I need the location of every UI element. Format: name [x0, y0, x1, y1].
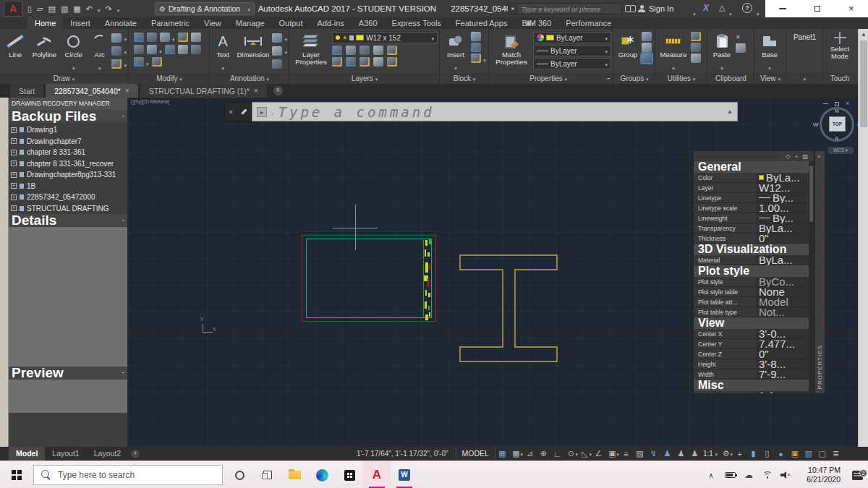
- tab-parametric[interactable]: Parametric: [144, 17, 197, 29]
- 3d-object-snap-icon[interactable]: ♟: [660, 447, 674, 461]
- command-customize-icon[interactable]: [241, 108, 247, 114]
- scale-icon[interactable]: [191, 45, 201, 54]
- prop-row-linetype[interactable]: LinetypeBy...: [694, 193, 814, 203]
- tab-bim360[interactable]: BIM 360: [514, 17, 558, 29]
- search-binoculars-icon[interactable]: [625, 5, 635, 12]
- expand-icon[interactable]: +: [11, 194, 17, 200]
- palette-autohide-icon[interactable]: ×: [817, 153, 821, 160]
- plot-icon[interactable]: ▦: [73, 4, 80, 14]
- new-tab-button[interactable]: +: [273, 86, 283, 95]
- expand-icon[interactable]: +: [11, 183, 17, 189]
- grid-display-icon[interactable]: ▦: [495, 447, 509, 461]
- exchange-apps-icon[interactable]: X: [703, 3, 709, 13]
- object-snap-tracking-icon[interactable]: ∠: [592, 447, 605, 461]
- layer-match-icon[interactable]: [387, 46, 397, 55]
- layout1-tab[interactable]: Layout1: [45, 447, 86, 461]
- new-file-icon[interactable]: ▯: [27, 4, 32, 14]
- panel-label-panel1[interactable]: [787, 74, 822, 83]
- tab-insert[interactable]: Insert: [63, 17, 98, 29]
- tab-express-tools[interactable]: Express Tools: [385, 17, 448, 29]
- help-search-box[interactable]: ▸ Type a keyword or phrase: [508, 3, 622, 14]
- prop-row-center-x[interactable]: Center X3'-0...: [694, 329, 814, 339]
- isolate-objects-icon[interactable]: ●: [774, 447, 788, 461]
- quick-properties-icon[interactable]: ▮: [746, 447, 760, 461]
- tab-view[interactable]: View: [197, 17, 229, 29]
- prop-row-linetype-scale[interactable]: Linetype scale1.00...: [694, 203, 814, 213]
- section-misc[interactable]: Misc: [694, 380, 814, 391]
- layer-prev-icon[interactable]: [387, 57, 397, 67]
- prop-row-material[interactable]: MaterialByLa...: [694, 255, 814, 265]
- layer-off-icon[interactable]: [359, 46, 370, 55]
- explode-icon[interactable]: [165, 45, 175, 54]
- workspace-dropdown[interactable]: ⚙ Drafting & Annotation: [155, 2, 255, 15]
- circle-button[interactable]: Circle: [60, 30, 88, 74]
- prop-row-center-y[interactable]: Center Y7.477...: [694, 339, 814, 349]
- prop-row-plot-style-table[interactable]: Plot style tableNone: [694, 287, 814, 297]
- search-go-icon[interactable]: ▸: [509, 4, 518, 14]
- save-as-icon[interactable]: ▥: [61, 4, 68, 14]
- expand-icon[interactable]: +: [11, 138, 17, 144]
- file-tab-structual[interactable]: STRUCTUAL DRAFTING (1)*×: [140, 84, 267, 98]
- drm-palette-titlebar[interactable]: [0, 98, 9, 447]
- move-icon[interactable]: [134, 33, 144, 42]
- group-button[interactable]: Group: [616, 30, 640, 74]
- a360-icon[interactable]: △: [719, 3, 725, 12]
- viewcube-top-face[interactable]: TOP: [829, 116, 846, 132]
- tray-chevron-icon[interactable]: ∧: [702, 471, 720, 479]
- hatch-icon[interactable]: [111, 59, 122, 69]
- edge-button[interactable]: [308, 461, 336, 488]
- leader-icon[interactable]: [272, 33, 282, 43]
- model-tab[interactable]: Model: [9, 447, 45, 461]
- dimension-button[interactable]: Dimension: [235, 30, 271, 74]
- preview-header[interactable]: Preview: [9, 367, 127, 380]
- pickadd-toggle-icon[interactable]: ◇: [786, 153, 791, 160]
- lock-ui-icon[interactable]: ▯: [760, 447, 774, 461]
- tree-item[interactable]: +22857342_05472000: [9, 192, 127, 203]
- rotate-icon[interactable]: [147, 33, 157, 42]
- ortho-mode-icon[interactable]: ∟: [550, 447, 564, 461]
- insert-button[interactable]: Insert: [442, 30, 469, 74]
- selection-cycling-icon[interactable]: ↯: [647, 447, 660, 461]
- select-mode-button[interactable]: Select Mode: [825, 46, 854, 60]
- tree-item[interactable]: +1B: [9, 181, 127, 192]
- doc-restore-icon[interactable]: [835, 102, 839, 106]
- tab-output[interactable]: Output: [272, 17, 310, 29]
- tree-item[interactable]: +STRUCTUAL DRAFTING: [9, 203, 127, 215]
- expand-icon[interactable]: +: [11, 150, 17, 155]
- file-tab-current[interactable]: 22857342_054040*×: [46, 84, 138, 98]
- panel-label-view[interactable]: View: [755, 74, 786, 83]
- volume-muted-icon[interactable]: ×: [777, 471, 796, 479]
- maximize-icon[interactable]: [814, 6, 820, 12]
- tab-add-ins[interactable]: Add-ins: [310, 17, 352, 29]
- undo-icon[interactable]: ↶: [86, 4, 93, 14]
- expand-icon[interactable]: +: [11, 172, 17, 178]
- cortana-button[interactable]: [226, 461, 253, 488]
- dynamic-input-icon[interactable]: ⊕: [537, 447, 550, 461]
- file-tab-start[interactable]: Start: [10, 84, 43, 98]
- section-view[interactable]: View: [694, 317, 814, 329]
- copy-icon[interactable]: [191, 33, 201, 42]
- prop-row-thickness[interactable]: Thickness0": [694, 234, 814, 244]
- onedrive-icon[interactable]: ☁: [739, 470, 758, 480]
- prop-row-annotation-scale[interactable]: Annotation sc...1:1: [694, 391, 814, 394]
- viewport-controls[interactable]: [-][Top][2D Wireframe]: [131, 99, 169, 104]
- fillet-icon[interactable]: [147, 45, 157, 54]
- polar-tracking-icon[interactable]: ⊙: [564, 447, 578, 461]
- tree-item[interactable]: +chapter 8 331-361_recover: [9, 158, 127, 170]
- file-tab-close-icon[interactable]: ×: [254, 87, 258, 95]
- word-taskbar-button[interactable]: W: [391, 461, 418, 488]
- annotation-scale-button[interactable]: 1:1: [702, 450, 719, 458]
- viewcube-south[interactable]: S: [835, 135, 838, 142]
- linetype-dropdown[interactable]: ByLayer: [533, 58, 611, 69]
- viewcube-north[interactable]: N: [835, 108, 839, 114]
- drawing-scrollbar[interactable]: ▲ ▼: [858, 29, 868, 461]
- panel-label-clipboard[interactable]: Clipboard: [708, 74, 754, 83]
- point-style-icon[interactable]: [691, 32, 701, 41]
- store-button[interactable]: [336, 461, 363, 488]
- save-icon[interactable]: ▤: [48, 4, 56, 14]
- file-explorer-button[interactable]: [281, 461, 308, 488]
- model-space-label[interactable]: MODEL: [456, 447, 495, 461]
- tree-item[interactable]: +Drawingchapter7: [9, 136, 127, 147]
- paste-button[interactable]: Paste: [710, 30, 734, 74]
- new-layout-button[interactable]: +: [131, 450, 140, 458]
